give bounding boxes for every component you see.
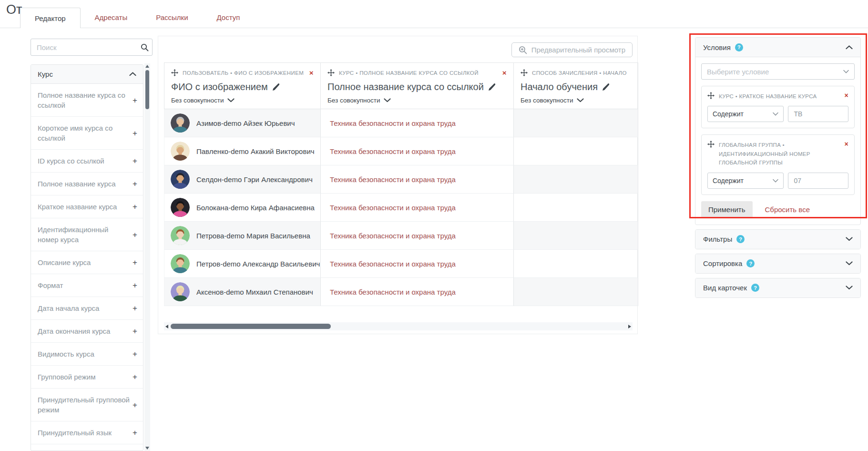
condition-select[interactable]: Выберите условие	[701, 63, 855, 80]
add-field-button[interactable]: +	[133, 281, 137, 289]
course-link[interactable]: Техника безопасности и охрана труда	[330, 175, 456, 184]
course-link[interactable]: Техника безопасности и охрана труда	[330, 232, 456, 240]
aggregation-dropdown[interactable]: Без совокупности	[521, 97, 631, 104]
field-group-label: Курс	[38, 70, 53, 78]
add-field-button[interactable]: +	[133, 327, 137, 335]
chevron-down-icon	[846, 261, 853, 266]
accordion-header[interactable]: Фильтры ?	[695, 230, 860, 249]
chevron-down-icon	[227, 98, 235, 102]
course-link[interactable]: Техника безопасности и охрана труда	[330, 288, 456, 296]
help-icon[interactable]: ?	[735, 43, 743, 51]
course-link[interactable]: Техника безопасности и охрана труда	[330, 119, 456, 127]
accordion-header[interactable]: Сортировка ?	[695, 254, 860, 273]
tab-0[interactable]: Редактор	[20, 8, 81, 28]
course-cell: Техника безопасности и охрана труда	[320, 137, 513, 165]
field-list-item[interactable]: Принудительный групповой режим +	[31, 389, 143, 421]
field-list-item[interactable]: Идентификационный номер курса +	[31, 218, 143, 251]
scroll-left-arrow[interactable]	[165, 325, 168, 328]
tab-2[interactable]: Рассылки	[142, 7, 202, 28]
course-cell: Техника безопасности и охрана труда	[320, 194, 513, 222]
move-icon[interactable]	[521, 69, 528, 76]
field-list-item[interactable]: Описание курса +	[31, 251, 143, 274]
add-field-button[interactable]: +	[133, 157, 137, 165]
add-field-button[interactable]: +	[133, 258, 137, 266]
help-icon[interactable]: ?	[746, 259, 755, 267]
add-field-button[interactable]: +	[133, 231, 137, 239]
field-list-item[interactable]: Принудительный язык +	[31, 421, 143, 444]
operator-select[interactable]: Содержит	[707, 173, 784, 189]
edit-pencil-icon[interactable]	[273, 83, 280, 91]
course-cell: Техника безопасности и охрана труда	[320, 165, 513, 194]
add-field-button[interactable]: +	[133, 180, 137, 188]
add-field-button[interactable]: +	[133, 350, 137, 358]
chevron-down-icon	[846, 286, 853, 290]
field-group-course[interactable]: Курс	[31, 65, 143, 84]
search-input[interactable]	[31, 43, 137, 51]
select-placeholder: Выберите условие	[707, 68, 769, 76]
conditions-accordion-header[interactable]: Условия ?	[695, 38, 860, 57]
add-field-button[interactable]: +	[133, 401, 137, 409]
remove-column-button[interactable]: ×	[309, 69, 314, 76]
move-icon[interactable]	[327, 69, 335, 76]
remove-condition-button[interactable]: ×	[845, 92, 848, 99]
field-list-item[interactable]: Дата начала курса +	[31, 297, 143, 320]
scroll-up-arrow[interactable]	[145, 65, 149, 68]
aggregation-dropdown[interactable]: Без совокупности	[327, 97, 507, 104]
aggregation-dropdown[interactable]: Без совокупности	[171, 97, 314, 104]
field-label: Групповой режим	[38, 372, 95, 382]
field-label: Формат	[38, 280, 63, 290]
collapsed-accordion: Фильтры ?	[695, 229, 861, 249]
course-link[interactable]: Техника безопасности и охрана труда	[330, 204, 456, 212]
sidebar-scrollbar[interactable]	[144, 63, 150, 451]
table-row: Азимов-demo Айзек Юрьевич Техника безопа…	[164, 109, 638, 137]
field-list-item[interactable]: Полное название курса со ссылкой +	[31, 84, 143, 117]
user-cell: Петрова-demo Мария Васильевна	[164, 222, 320, 250]
reset-all-link[interactable]: Сбросить все	[765, 205, 810, 214]
move-icon[interactable]	[171, 69, 178, 76]
remove-condition-button[interactable]: ×	[845, 141, 848, 147]
remove-column-button[interactable]: ×	[502, 69, 507, 76]
report-table-container: Предварительный просмотр ПОЛЬЗОВАТЕЛЬ • …	[158, 36, 638, 334]
apply-button[interactable]: Применить	[701, 201, 753, 218]
field-list-item[interactable]: Полное название курса +	[31, 173, 143, 195]
field-label: Идентификационный номер курса	[38, 225, 130, 245]
add-field-button[interactable]: +	[133, 203, 137, 211]
accordion-header[interactable]: Вид карточек ?	[695, 278, 860, 297]
help-icon[interactable]: ?	[736, 235, 745, 243]
field-list-item[interactable]: Формат +	[31, 274, 143, 297]
conditions-actions: Применить Сбросить все	[701, 201, 855, 218]
tab-1[interactable]: Адресаты	[81, 7, 142, 28]
add-field-button[interactable]: +	[133, 304, 137, 312]
field-list-item[interactable]: Видимость курса +	[31, 343, 143, 366]
table-horizontal-scrollbar[interactable]	[164, 322, 633, 330]
field-list-item[interactable]: ID курса со ссылкой +	[31, 150, 143, 173]
condition-value-input[interactable]	[788, 106, 848, 122]
course-link[interactable]: Техника безопасности и охрана труда	[330, 147, 456, 155]
add-field-button[interactable]: +	[133, 96, 137, 104]
avatar	[171, 170, 190, 189]
help-icon[interactable]: ?	[751, 284, 759, 292]
field-list-item[interactable]: Групповой режим +	[31, 366, 143, 389]
operator-select[interactable]: Содержит	[707, 106, 784, 122]
preview-button[interactable]: Предварительный просмотр	[511, 42, 633, 57]
scroll-down-arrow[interactable]	[145, 447, 149, 450]
add-field-button[interactable]: +	[133, 129, 137, 137]
tab-3[interactable]: Доступ	[203, 7, 255, 28]
field-list-item[interactable]: Дата окончания курса +	[31, 320, 143, 343]
add-field-button[interactable]: +	[133, 373, 137, 381]
scrollbar-thumb[interactable]	[145, 70, 149, 109]
course-link[interactable]: Техника безопасности и охрана труда	[330, 260, 456, 268]
move-icon[interactable]	[707, 141, 715, 148]
search-button[interactable]	[137, 39, 152, 55]
move-icon[interactable]	[707, 92, 715, 99]
condition-value-input[interactable]	[788, 173, 848, 189]
conditions-body: Выберите условие КУРС • КРАТКОЕ НАЗВАНИЕ…	[695, 57, 860, 225]
edit-pencil-icon[interactable]	[602, 83, 610, 91]
add-field-button[interactable]: +	[133, 429, 137, 437]
scrollbar-thumb[interactable]	[171, 324, 331, 329]
field-list-item[interactable]: Короткое имя курса со ссылкой +	[31, 117, 143, 150]
edit-pencil-icon[interactable]	[489, 83, 496, 91]
field-list-item[interactable]: Краткое название курса +	[31, 195, 143, 218]
scroll-right-arrow[interactable]	[628, 325, 631, 328]
column-category: ПОЛЬЗОВАТЕЛЬ • ФИО С ИЗОБРАЖЕНИЕМ	[183, 70, 304, 76]
